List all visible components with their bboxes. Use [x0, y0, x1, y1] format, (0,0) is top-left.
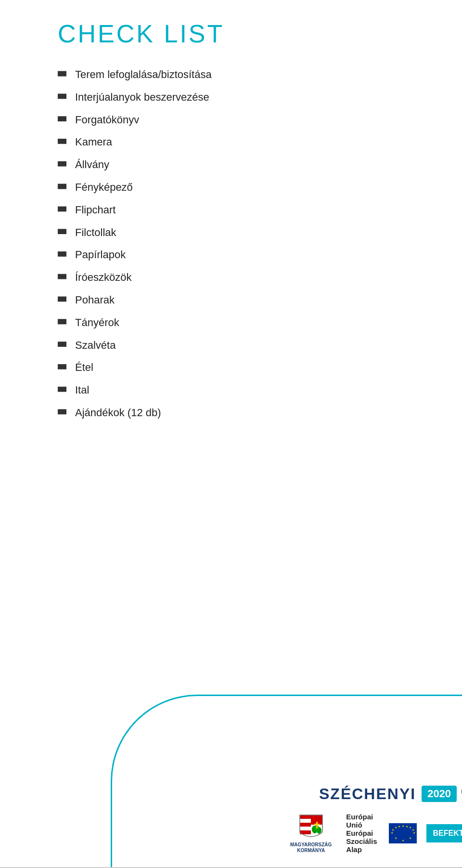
list-item: Poharak [58, 293, 433, 308]
bullet-icon [58, 92, 66, 101]
list-item-label: Állvány [75, 158, 109, 172]
bullet-icon [58, 115, 66, 123]
list-item-label: Szalvéta [75, 338, 116, 353]
checklist: Terem lefoglalása/biztosításaInterjúalan… [58, 67, 433, 421]
bullet-icon [58, 272, 66, 281]
bullet-icon [58, 340, 66, 349]
svg-rect-4 [300, 815, 311, 819]
svg-text:★: ★ [411, 829, 414, 831]
szechenyi-row: SZÉCHENYI 2020 [319, 785, 462, 803]
list-item: Tányérok [58, 316, 433, 330]
list-item: Ajándékok (12 db) [58, 406, 433, 421]
svg-text:★: ★ [412, 831, 415, 834]
svg-text:★: ★ [401, 825, 404, 828]
befektetes-badge: BEFEKTETÉS A JÖVŐBE [426, 824, 462, 842]
page-title: CHECK LIST [58, 19, 433, 48]
bullet-icon [58, 250, 66, 258]
footer-content: SZÉCHENYI 2020 [281, 785, 443, 854]
list-item: Állvány [58, 158, 433, 172]
bullet-icon [58, 182, 66, 191]
bullet-icon [58, 362, 66, 371]
list-item-label: Tányérok [75, 316, 119, 330]
bullet-icon [58, 385, 66, 394]
list-item: Terem lefoglalása/biztosítása [58, 67, 433, 82]
bottom-logos: MAGYARORSZÁG KORMÁNYA Európai Unió Európ… [290, 813, 462, 854]
page-container: CHECK LIST Terem lefoglalása/biztosítása… [0, 0, 462, 868]
svg-text:★: ★ [394, 837, 397, 840]
bullet-icon [58, 205, 66, 213]
list-item: Étel [58, 360, 433, 375]
svg-text:★: ★ [394, 826, 397, 829]
magyarorszag-logo: MAGYARORSZÁG KORMÁNYA [290, 813, 332, 854]
svg-rect-15 [314, 824, 320, 825]
svg-text:★: ★ [409, 837, 411, 840]
list-item-label: Ajándékok (12 db) [75, 406, 161, 421]
list-item-label: Íróeszközök [75, 270, 131, 285]
list-item: Íróeszközök [58, 270, 433, 285]
list-item: Flipchart [58, 203, 433, 218]
svg-text:★: ★ [391, 829, 394, 831]
svg-text:★: ★ [405, 825, 408, 828]
list-item: Ital [58, 383, 433, 398]
eu-line3: Alap [346, 845, 379, 854]
footer-curve: SZÉCHENYI 2020 [111, 695, 462, 868]
bullet-icon [58, 317, 66, 326]
eu-line2: Európai Szociális [346, 829, 379, 845]
bullet-icon [58, 408, 66, 416]
list-item-label: Fényképező [75, 180, 133, 195]
eu-flag-icon: ★ ★ ★ ★ ★ ★ ★ ★ ★ ★ ★ ★ [389, 823, 417, 843]
svg-rect-6 [300, 823, 311, 827]
eu-info-block: Európai Unió Európai Szociális Alap [346, 813, 379, 854]
szechenyi-text: SZÉCHENYI [319, 785, 416, 803]
list-item-label: Filctollak [75, 225, 116, 240]
list-item-label: Ital [75, 383, 89, 398]
list-item: Papírlapok [58, 248, 433, 263]
list-item: Szalvéta [58, 338, 433, 353]
bullet-icon [58, 227, 66, 236]
bullet-icon [58, 159, 66, 168]
bullet-icon [58, 137, 66, 145]
svg-text:★: ★ [390, 831, 393, 834]
svg-text:★: ★ [409, 826, 411, 829]
list-item: Forgatókönyv [58, 113, 433, 128]
eu-stars-svg: ★ ★ ★ ★ ★ ★ ★ ★ ★ ★ ★ ★ [389, 824, 417, 842]
list-item-label: Forgatókönyv [75, 113, 139, 128]
svg-text:★: ★ [401, 839, 404, 842]
year-badge: 2020 [422, 786, 457, 802]
footer-area: SZÉCHENYI 2020 [0, 695, 462, 868]
svg-text:★: ★ [398, 825, 400, 828]
magyarorszag-label: MAGYARORSZÁG KORMÁNYA [290, 842, 332, 854]
list-item: Filctollak [58, 225, 433, 240]
eu-line1: Európai Unió [346, 813, 379, 829]
coat-of-arms-icon [298, 813, 324, 842]
bullet-icon [58, 69, 66, 78]
list-item-label: Flipchart [75, 203, 116, 218]
list-item-label: Étel [75, 360, 93, 375]
list-item: Interjúalanyok beszervezése [58, 90, 433, 105]
list-item-label: Terem lefoglalása/biztosítása [75, 67, 212, 82]
list-item-label: Poharak [75, 293, 115, 308]
list-item: Fényképező [58, 180, 433, 195]
list-item-label: Kamera [75, 135, 112, 150]
list-item-label: Papírlapok [75, 248, 126, 263]
bullet-icon [58, 295, 66, 303]
svg-rect-5 [300, 819, 311, 823]
svg-rect-7 [300, 827, 311, 830]
list-item: Kamera [58, 135, 433, 150]
list-item-label: Interjúalanyok beszervezése [75, 90, 209, 105]
